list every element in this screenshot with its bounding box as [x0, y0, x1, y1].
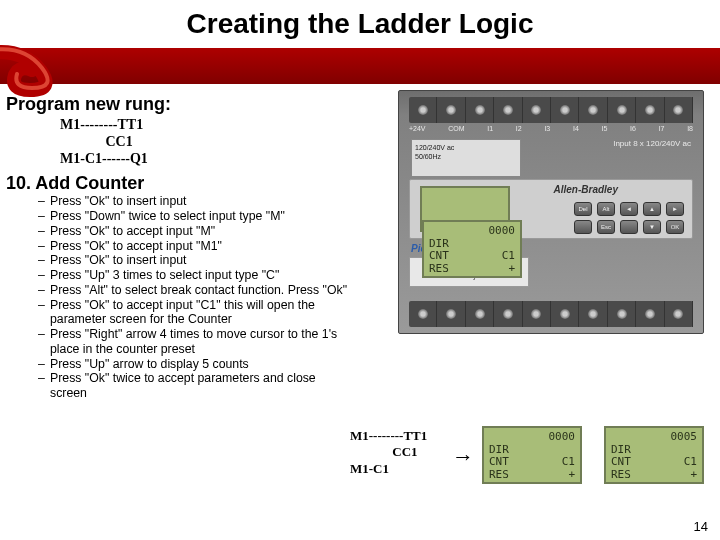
brand-label: Allen-Bradley [554, 184, 618, 195]
title-bar: Creating the Ladder Logic [0, 0, 720, 70]
list-item: Press "Down" twice to select input type … [38, 209, 348, 224]
up-arrow-button[interactable]: ▲ [643, 202, 661, 216]
voltage-label: 120/240V ac 50/60Hz [411, 139, 521, 177]
lcd-screen-1: 0000 DIR CNTC1 RES+ [422, 220, 522, 278]
slide-title: Creating the Ladder Logic [0, 0, 720, 40]
right-arrow-button[interactable]: ► [666, 202, 684, 216]
del-button[interactable]: Del [574, 202, 592, 216]
lcd-res: RES [489, 469, 509, 482]
lcd-plus: + [508, 263, 515, 276]
lcd-res: RES [611, 469, 631, 482]
input-label: Input 8 x 120/240V ac [613, 139, 691, 148]
decorative-swirl [0, 40, 90, 100]
plc-device-image: +24VCOMI1I2I3I4I5I6I7I8 120/240V ac 50/6… [398, 90, 704, 334]
list-item: Press "Ok" to accept input "M1" [38, 239, 348, 254]
list-item: Press "Up" arrow to display 5 counts [38, 357, 348, 372]
terminal-labels: +24VCOMI1I2I3I4I5I6I7I8 [409, 125, 693, 132]
down-arrow-button[interactable]: ▼ [643, 220, 661, 234]
lcd-value: 0000 [429, 225, 515, 238]
blank-button [574, 220, 592, 234]
button-row-1: Del Alt ◄ ▲ ► [574, 202, 684, 216]
button-row-2: Esc ▼ OK [574, 220, 684, 234]
list-item: Press "Up" 3 times to select input type … [38, 268, 348, 283]
lcd-value: 0000 [489, 431, 575, 444]
alt-button[interactable]: Alt [597, 202, 615, 216]
lcd-res: RES [429, 263, 449, 276]
list-item: Press "Right" arrow 4 times to move curs… [38, 327, 348, 357]
list-item: Press "Ok" to accept input "C1" this wil… [38, 298, 348, 328]
terminal-row-top [409, 97, 693, 123]
content-area: Program new rung: M1--------TT1 CC1 M1-C… [0, 90, 720, 540]
left-arrow-button[interactable]: ◄ [620, 202, 638, 216]
list-item: Press "Ok" to insert input [38, 253, 348, 268]
arrow-icon: → [452, 444, 474, 470]
terminal-row-bottom [409, 301, 693, 327]
lcd-plus: + [568, 469, 575, 482]
lcd-screen-2: 0000 DIR CNTC1 RES+ [482, 426, 582, 484]
lcd-value: 0005 [611, 431, 697, 444]
ladder-diagram-2: M1--------TT1 CC1 M1-C1 [350, 428, 427, 477]
lcd-screen-3: 0005 DIR CNTC1 RES+ [604, 426, 704, 484]
instruction-list: Press "Ok" to insert input Press "Down" … [38, 194, 348, 401]
list-item: Press "Ok" to accept input "M" [38, 224, 348, 239]
ok-button[interactable]: OK [666, 220, 684, 234]
lcd-plus: + [690, 469, 697, 482]
list-item: Press "Alt" to select break contact func… [38, 283, 348, 298]
list-item: Press "Ok" twice to accept parameters an… [38, 371, 348, 401]
list-item: Press "Ok" to insert input [38, 194, 348, 209]
esc-button[interactable]: Esc [597, 220, 615, 234]
page-number: 14 [694, 519, 708, 534]
decorative-band [0, 48, 720, 84]
blank-button [620, 220, 638, 234]
